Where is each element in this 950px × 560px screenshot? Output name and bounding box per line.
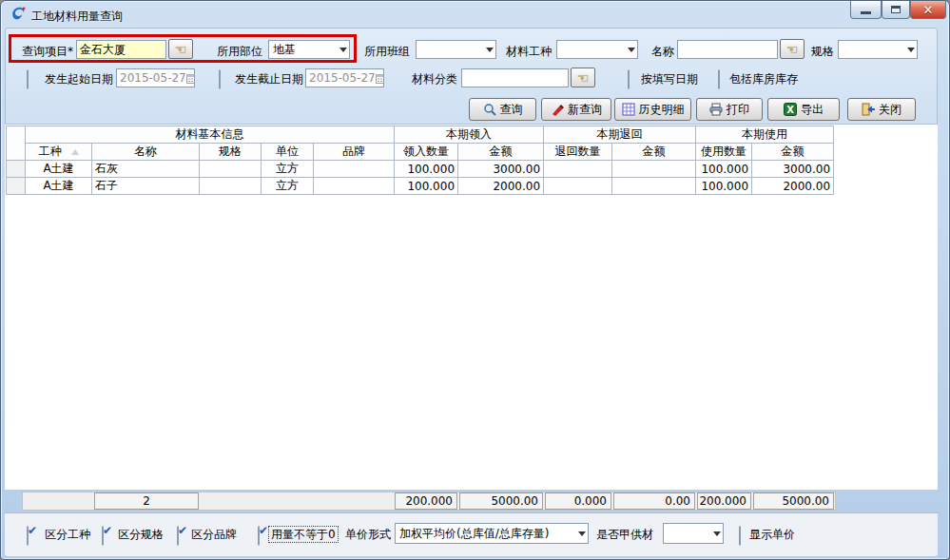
row-indicator (7, 178, 26, 195)
brush-icon (551, 103, 564, 116)
include-stock-checkbox[interactable] (718, 69, 720, 89)
minimize-icon (861, 11, 871, 14)
cell-recv-amt: 3000.00 (458, 161, 544, 178)
group-header-returned: 本期退回 (544, 126, 696, 144)
chevron-down-icon (628, 48, 635, 52)
excel-icon: X (784, 103, 797, 116)
window-title: 工地材料用量查询 (31, 9, 123, 25)
minimize-button[interactable] (850, 1, 882, 19)
chevron-down-icon (578, 531, 586, 536)
column-header-spec[interactable]: 规格 (200, 144, 262, 161)
chevron-down-icon (486, 48, 494, 52)
close-button[interactable]: ✕ (910, 1, 946, 19)
show-unit-price-checkbox[interactable] (739, 526, 741, 546)
cell-spec (200, 161, 262, 178)
column-header-use-qty[interactable]: 使用数量 (696, 144, 752, 161)
distinguish-brand-label: 区分品牌 (191, 528, 237, 541)
summary-returned-amount: 0.00 (613, 492, 695, 510)
cell-ret-qty (544, 178, 612, 195)
titlebar[interactable]: 工地材料用量查询 ✕ (1, 1, 950, 28)
column-header-name[interactable]: 名称 (92, 144, 200, 161)
end-date-input[interactable]: 2015-05-27 (305, 68, 384, 87)
printer-icon (709, 103, 723, 116)
chevron-down-icon (339, 48, 347, 52)
column-header-trade[interactable]: 工种 (26, 144, 92, 161)
cell-use-qty: 100.000 (696, 178, 752, 195)
project-input[interactable]: 金石大厦 (76, 40, 166, 59)
summary-returned-qty: 0.000 (545, 492, 611, 510)
history-detail-button[interactable]: 历史明细 (614, 98, 691, 121)
cell-recv-amt: 2000.00 (458, 178, 544, 195)
material-trade-select[interactable] (556, 40, 638, 59)
export-button[interactable]: X 导出 (767, 98, 840, 121)
cell-ret-amt (612, 161, 696, 178)
end-date-checkbox[interactable] (219, 69, 221, 89)
name-input[interactable] (677, 40, 778, 59)
chevron-down-icon (713, 531, 721, 536)
cell-use-amt: 2000.00 (752, 178, 834, 195)
group-header-basic-info: 材料基本信息 (26, 126, 395, 144)
table-row[interactable]: A土建 石子 立方 100.000 2000.00 100.000 2000.0… (7, 178, 834, 195)
column-header-brand[interactable]: 品牌 (314, 144, 395, 161)
include-stock-label: 包括库房库存 (729, 72, 798, 86)
cell-unit: 立方 (262, 161, 314, 178)
table-row[interactable]: A土建 石灰 立方 100.000 3000.00 100.000 3000.0… (7, 161, 834, 178)
pointing-hand-icon: ☜ (577, 70, 590, 86)
cell-use-amt: 3000.00 (752, 161, 834, 178)
end-date-label: 发生截止日期 (235, 72, 303, 86)
name-picker-button[interactable]: ☜ (780, 39, 805, 59)
new-query-button[interactable]: 新查询 (541, 98, 611, 121)
owner-supplied-select[interactable] (663, 523, 724, 544)
spec-label: 规格 (811, 45, 834, 58)
column-header-ret-amt[interactable]: 金额 (612, 144, 696, 161)
maximize-button[interactable] (882, 1, 910, 19)
query-button[interactable]: 查询 (469, 98, 536, 121)
start-date-input[interactable]: 2015-05-27 (116, 68, 195, 87)
group-header-used: 本期使用 (696, 126, 834, 144)
team-select[interactable] (416, 40, 496, 59)
start-date-checkbox[interactable] (27, 69, 29, 89)
team-label: 所用班组 (364, 45, 410, 58)
distinguish-trade-checkbox[interactable] (27, 526, 29, 546)
spec-select[interactable] (838, 40, 918, 59)
column-header-unit[interactable]: 单位 (262, 144, 314, 161)
cell-trade: A土建 (26, 161, 92, 178)
calendar-icon (376, 73, 384, 84)
sort-ascending-icon (71, 149, 79, 155)
column-header-row[interactable]: 工种 名称 规格 单位 品牌 领入数量 金额 退回数量 金额 使用数量 金额 (7, 144, 834, 161)
column-header-recv-qty[interactable]: 领入数量 (395, 144, 458, 161)
part-select[interactable]: 地基 (268, 40, 350, 59)
summary-bar: 2 200.000 5000.00 0.000 0.00 200.000 500… (22, 492, 836, 511)
price-mode-select[interactable]: 加权平均价(总库值/总库存量) (395, 523, 589, 544)
close-dialog-button[interactable]: 关闭 (847, 98, 916, 121)
column-header-ret-qty[interactable]: 退回数量 (544, 144, 612, 161)
cell-recv-qty: 100.000 (395, 178, 458, 195)
usage-nonzero-label: 用量不等于0 (269, 527, 338, 542)
by-fill-date-label: 按填写日期 (641, 72, 698, 86)
distinguish-spec-checkbox[interactable] (102, 526, 104, 546)
category-picker-button[interactable]: ☜ (571, 68, 595, 87)
usage-nonzero-checkbox[interactable] (258, 526, 260, 546)
project-label: 查询项目* (22, 45, 73, 58)
pointing-hand-icon: ☜ (175, 42, 187, 57)
close-icon: ✕ (923, 4, 934, 16)
chevron-down-icon (907, 48, 915, 52)
row-indicator (7, 161, 26, 178)
distinguish-brand-checkbox[interactable] (177, 526, 179, 546)
distinguish-spec-label: 区分规格 (118, 528, 164, 541)
column-header-use-amt[interactable]: 金额 (752, 144, 834, 161)
distinguish-trade-label: 区分工种 (45, 528, 90, 541)
column-header-recv-amt[interactable]: 金额 (458, 144, 544, 161)
project-picker-button[interactable]: ☜ (168, 39, 193, 59)
pointing-hand-icon: ☜ (786, 42, 799, 57)
results-table[interactable]: 材料基本信息 本期领入 本期退回 本期使用 工种 名称 规格 单位 品牌 领入数… (6, 126, 834, 195)
cell-trade: A土建 (26, 178, 92, 195)
calendar-icon (186, 73, 195, 84)
footer-options-bar: 区分工种 区分规格 区分品牌 用量不等于0 单价形式 加权平均价(总库值/总库存… (5, 512, 938, 556)
category-input[interactable] (461, 68, 569, 87)
cell-ret-amt (612, 178, 696, 195)
by-fill-date-checkbox[interactable] (628, 69, 630, 89)
category-label: 材料分类 (412, 72, 457, 86)
summary-used-qty: 200.000 (697, 492, 751, 510)
print-button[interactable]: 打印 (696, 98, 763, 121)
